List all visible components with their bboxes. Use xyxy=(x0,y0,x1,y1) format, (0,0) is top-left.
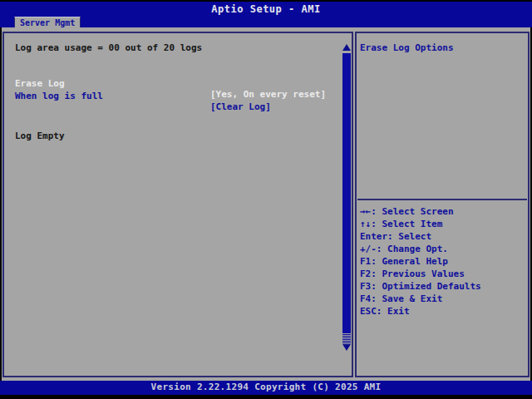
scrollbar-track[interactable] xyxy=(342,332,351,343)
hotkey-line: F1: General Help xyxy=(360,255,481,268)
bios-setup-screen: Aptio Setup - AMI Server Mgmt Log area u… xyxy=(0,0,532,399)
window-title: Aptio Setup - AMI xyxy=(0,2,532,17)
hotkey-legend: →←: Select Screen ↑↓: Select Item Enter:… xyxy=(360,205,481,318)
scroll-up-icon[interactable] xyxy=(342,44,351,51)
main-area: Log area usage = 00 out of 20 logs Erase… xyxy=(2,27,530,381)
option-label: When log is full xyxy=(15,91,103,101)
hotkey-line: F3: Optimized Defaults xyxy=(360,280,481,293)
hotkey-line: Enter: Select xyxy=(360,230,481,243)
option-row-erase-log[interactable]: Erase Log [Yes, On every reset] xyxy=(4,67,352,78)
menu-tab-bar: Server Mgmt xyxy=(0,17,532,27)
hotkey-line: F4: Save & Exit xyxy=(360,293,481,305)
hotkey-line: F2: Previous Values xyxy=(360,268,481,280)
scrollbar-thumb[interactable] xyxy=(342,53,351,332)
options-panel: Log area usage = 00 out of 20 logs Erase… xyxy=(2,32,353,377)
hotkey-line: ESC: Exit xyxy=(360,305,481,318)
option-row-when-log-full[interactable]: When log is full [Clear Log] xyxy=(4,80,352,91)
hotkey-line: →←: Select Screen xyxy=(360,205,481,218)
scroll-down-icon[interactable] xyxy=(342,344,351,351)
option-value: [Clear Log] xyxy=(210,101,271,112)
tab-server-mgmt[interactable]: Server Mgmt xyxy=(14,17,81,28)
help-panel: Erase Log Options →←: Select Screen ↑↓: … xyxy=(355,32,530,377)
hotkey-line: +/-: Change Opt. xyxy=(360,243,481,255)
tab-label: Server Mgmt xyxy=(20,18,75,27)
help-panel-divider xyxy=(357,199,527,200)
hotkey-line: ↑↓: Select Item xyxy=(360,218,481,230)
version-bar: Version 2.22.1294 Copyright (C) 2025 AMI xyxy=(0,381,532,395)
help-title: Erase Log Options xyxy=(360,42,454,53)
log-usage-line: Log area usage = 00 out of 20 logs xyxy=(15,42,202,53)
log-status-line: Log Empty xyxy=(15,131,65,141)
